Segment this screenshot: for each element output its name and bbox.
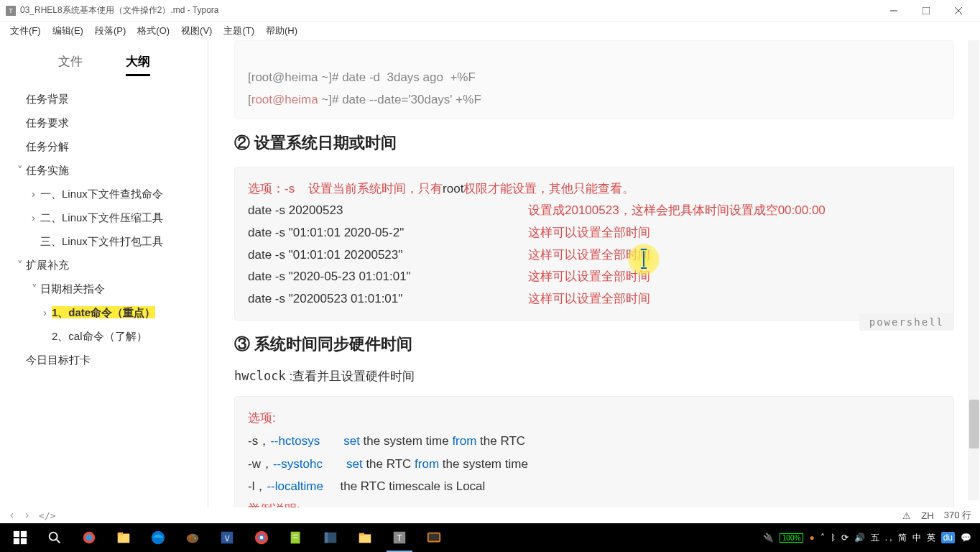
ime-indicator[interactable]: 英 — [927, 532, 935, 544]
outline-item[interactable]: ›二、Linux下文件压缩工具 — [0, 206, 208, 230]
taskbar-app-explorer[interactable] — [106, 523, 141, 552]
menu-file[interactable]: 文件(F) — [4, 23, 47, 39]
sidebar: 文件 大纲 任务背景 任务要求 任务分解 ˅任务实施 ›一、Linux下文件查找… — [0, 40, 208, 507]
svg-point-18 — [194, 538, 196, 540]
main-area: 文件 大纲 任务背景 任务要求 任务分解 ˅任务实施 ›一、Linux下文件查找… — [0, 40, 980, 507]
heading-set-date: ② 设置系统日期或时间 — [234, 132, 954, 154]
text-cursor-icon — [641, 251, 647, 267]
volume-icon[interactable]: 🔊 — [854, 533, 865, 543]
taskbar-app-notepad[interactable] — [279, 523, 313, 552]
svg-point-17 — [193, 535, 195, 537]
svg-line-9 — [57, 540, 60, 543]
svg-point-23 — [260, 536, 264, 540]
spellcheck-lang[interactable]: ZH — [921, 510, 933, 521]
warning-icon[interactable]: ⚠ — [902, 510, 911, 521]
outline-item-active[interactable]: ›1、date命令（重点） — [0, 301, 208, 325]
svg-rect-13 — [118, 533, 123, 535]
statusbar: ‹ › </> ⚠ ZH 370 行 — [0, 507, 980, 523]
taskbar-app-typora[interactable]: T — [382, 523, 417, 552]
ime-indicator[interactable]: 五 — [871, 532, 879, 544]
svg-rect-1 — [923, 7, 930, 14]
menu-help[interactable]: 帮助(H) — [260, 23, 303, 39]
svg-rect-7 — [21, 538, 27, 544]
svg-rect-12 — [118, 534, 130, 543]
menu-paragraph[interactable]: 段落(P) — [89, 23, 131, 39]
window-title: 03_RHEL8系统基本使用（文件操作2）.md - Typora — [20, 4, 877, 17]
menu-theme[interactable]: 主题(T) — [218, 23, 260, 39]
taskbar-app-snip[interactable] — [72, 523, 106, 552]
tab-file[interactable]: 文件 — [58, 53, 83, 76]
editor-content[interactable]: [root@heima ~]# date -d 3days ago +%F [r… — [208, 40, 980, 507]
titlebar: T 03_RHEL8系统基本使用（文件操作2）.md - Typora — [0, 0, 980, 22]
nav-forward-button[interactable]: › — [24, 509, 30, 522]
outline-item[interactable]: ˅日期相关指令 — [0, 277, 208, 301]
svg-text:T: T — [397, 533, 402, 543]
menu-format[interactable]: 格式(O) — [131, 23, 175, 39]
ime-indicator[interactable]: 简 — [898, 532, 907, 544]
sidebar-tabs: 文件 大纲 — [0, 40, 208, 83]
outline-item[interactable]: ›一、Linux下文件查找命令 — [0, 183, 208, 206]
outline-item[interactable]: 任务要求 — [0, 111, 208, 135]
minimize-button[interactable] — [877, 0, 910, 22]
code-block[interactable]: 选项: -s，--hctosys set the system time fro… — [234, 396, 954, 507]
battery-indicator[interactable]: 100% — [780, 533, 804, 543]
code-lang-tag[interactable]: powershell — [859, 313, 954, 331]
svg-text:V: V — [225, 535, 230, 543]
line-count: 370 行 — [944, 509, 971, 522]
menu-edit[interactable]: 编辑(E) — [47, 23, 89, 39]
svg-rect-30 — [359, 533, 364, 536]
menu-view[interactable]: 视图(V) — [175, 23, 218, 39]
tray-icon[interactable]: ● — [809, 533, 814, 543]
outline-item[interactable]: 三、Linux下文件打包工具 — [0, 230, 208, 254]
svg-point-16 — [189, 536, 191, 538]
tab-outline[interactable]: 大纲 — [126, 53, 150, 76]
taskbar-app-edge[interactable] — [141, 523, 175, 552]
taskbar-app-folder[interactable] — [348, 523, 382, 552]
outline-item[interactable]: ˅任务实施 — [0, 159, 208, 183]
bluetooth-icon[interactable]: ᛒ — [831, 533, 836, 543]
svg-point-11 — [85, 534, 92, 540]
code-line: [root@heima ~]# date -d 3days ago +%F — [248, 70, 476, 84]
svg-rect-6 — [14, 538, 19, 544]
taskbar-app-vm[interactable] — [417, 523, 451, 552]
taskbar-app-paint[interactable] — [175, 523, 210, 552]
svg-rect-28 — [325, 533, 328, 543]
vertical-scrollbar-thumb[interactable] — [969, 400, 979, 448]
system-tray: 🔌 100% ● ˄ ᛒ ⟳ 🔊 五 . , 简 中 英 du 💬 — [763, 532, 977, 544]
close-button[interactable] — [942, 0, 974, 22]
code-block[interactable]: 选项：-s 设置当前系统时间，只有root权限才能设置，其他只能查看。 date… — [234, 167, 954, 321]
outline-item[interactable]: 2、cal命令（了解） — [0, 325, 208, 349]
outline-item[interactable]: 任务分解 — [0, 135, 208, 159]
svg-rect-4 — [14, 531, 19, 537]
ime-indicator[interactable]: . , — [885, 533, 892, 543]
outline-item[interactable]: ˅扩展补充 — [0, 254, 208, 277]
outline-item[interactable]: 任务背景 — [0, 88, 208, 111]
heading-sync-time: ③ 系统时间同步硬件时间 — [234, 334, 954, 355]
outline-item[interactable]: 今日目标打卡 — [0, 349, 208, 372]
svg-rect-33 — [428, 533, 440, 542]
notification-icon[interactable]: 💬 — [961, 533, 971, 543]
windows-taskbar: V T 🔌 100% ● ˄ ᛒ ⟳ 🔊 五 . , 简 中 英 du 💬 — [0, 523, 980, 552]
code-block[interactable]: [root@heima ~]# date -d 3days ago +%F [r… — [234, 40, 954, 119]
taskbar-app-chrome[interactable] — [244, 523, 279, 552]
svg-point-8 — [50, 533, 57, 540]
baidu-ime-icon[interactable]: du — [941, 532, 955, 543]
ime-indicator[interactable]: 中 — [912, 532, 921, 544]
source-mode-toggle[interactable]: </> — [39, 510, 55, 521]
window-controls — [877, 0, 974, 22]
nav-back-button[interactable]: ‹ — [9, 509, 15, 522]
search-icon[interactable] — [37, 523, 72, 552]
battery-plug-icon[interactable]: 🔌 — [763, 533, 774, 543]
taskbar-app-vscode[interactable] — [313, 523, 348, 552]
sync-icon[interactable]: ⟳ — [841, 533, 849, 543]
start-button[interactable] — [3, 523, 37, 552]
taskbar-app-visio[interactable]: V — [210, 523, 244, 552]
paragraph: hwclock :查看并且设置硬件时间 — [234, 368, 954, 385]
maximize-button[interactable] — [910, 0, 942, 22]
app-icon: T — [6, 6, 16, 16]
menubar: 文件(F) 编辑(E) 段落(P) 格式(O) 视图(V) 主题(T) 帮助(H… — [0, 22, 980, 40]
tray-chevron-icon[interactable]: ˄ — [820, 533, 825, 543]
svg-rect-5 — [21, 531, 27, 537]
outline-tree: 任务背景 任务要求 任务分解 ˅任务实施 ›一、Linux下文件查找命令 ›二、… — [0, 83, 208, 377]
